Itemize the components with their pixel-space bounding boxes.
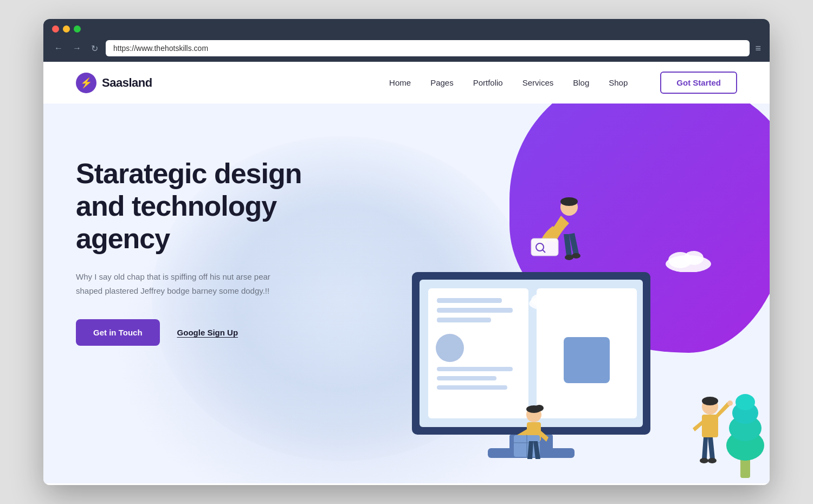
traffic-light-green[interactable] — [74, 25, 81, 33]
browser-window: ← → ↻ ≡ ⚡ Saasland Home Pages Portfolio … — [43, 19, 770, 485]
svg-point-12 — [436, 334, 464, 362]
svg-rect-9 — [437, 298, 502, 303]
svg-rect-15 — [437, 385, 507, 390]
nav-link-services[interactable]: Services — [522, 78, 554, 87]
address-bar[interactable] — [106, 40, 750, 56]
refresh-button[interactable]: ↻ — [89, 42, 100, 55]
back-button[interactable]: ← — [52, 42, 65, 54]
traffic-light-yellow[interactable] — [63, 25, 70, 33]
svg-rect-37 — [702, 415, 718, 437]
svg-point-30 — [535, 405, 544, 411]
browser-titlebar — [43, 19, 770, 37]
svg-point-21 — [560, 197, 578, 206]
svg-point-2 — [684, 251, 704, 265]
svg-rect-10 — [437, 308, 513, 313]
svg-point-36 — [702, 397, 718, 405]
browser-toolbar: ← → ↻ ≡ — [43, 37, 770, 62]
svg-point-45 — [735, 394, 755, 410]
got-started-button[interactable]: Got Started — [660, 72, 737, 94]
nav-link-portfolio[interactable]: Portfolio — [473, 78, 503, 87]
hero-buttons: Get in Touch Google Sign Up — [76, 319, 347, 346]
hero-content: Starategic design and technology agency … — [76, 125, 347, 346]
logo[interactable]: ⚡ Saasland — [76, 73, 152, 93]
cloud-2 — [526, 288, 569, 310]
svg-rect-25 — [531, 238, 558, 256]
svg-rect-17 — [564, 337, 610, 383]
svg-rect-13 — [437, 367, 513, 371]
nav-link-blog[interactable]: Blog — [573, 78, 589, 87]
svg-point-38 — [727, 400, 733, 406]
svg-point-5 — [546, 294, 562, 305]
traffic-lights — [52, 25, 81, 33]
traffic-light-red[interactable] — [52, 25, 59, 33]
nav-item-blog[interactable]: Blog — [573, 78, 589, 88]
browser-chrome: ← → ↻ ≡ — [43, 19, 770, 62]
person-bending-figure — [515, 196, 591, 288]
nav-link-pages[interactable]: Pages — [430, 78, 454, 87]
nav-item-pages[interactable]: Pages — [430, 78, 454, 88]
nav-item-shop[interactable]: Shop — [609, 78, 628, 88]
person-left-figure — [509, 405, 564, 470]
svg-rect-14 — [437, 376, 496, 380]
google-signup-button[interactable]: Google Sign Up — [177, 328, 238, 337]
svg-point-24 — [572, 253, 580, 259]
forward-button[interactable]: → — [70, 42, 83, 54]
svg-point-39 — [700, 458, 708, 463]
logo-icon: ⚡ — [76, 73, 96, 93]
lightning-icon: ⚡ — [80, 77, 92, 89]
nav-link-home[interactable]: Home — [389, 78, 411, 87]
svg-rect-11 — [437, 318, 491, 322]
site-nav: ⚡ Saasland Home Pages Portfolio Services… — [43, 62, 770, 104]
hero-illustration — [390, 202, 770, 483]
cloud-1 — [661, 245, 715, 272]
nav-item-home[interactable]: Home — [389, 78, 411, 88]
website-content: ⚡ Saasland Home Pages Portfolio Services… — [43, 62, 770, 485]
hero-title: Starategic design and technology agency — [76, 158, 347, 255]
person-right-figure — [683, 397, 737, 473]
hero-section: Starategic design and technology agency … — [43, 104, 770, 483]
nav-link-shop[interactable]: Shop — [609, 78, 628, 87]
get-in-touch-button[interactable]: Get in Touch — [76, 319, 160, 346]
svg-point-40 — [708, 458, 717, 463]
hero-description: Why I say old chap that is spiffing off … — [76, 270, 293, 298]
nav-links: Home Pages Portfolio Services Blog Shop — [389, 78, 628, 88]
browser-menu-icon[interactable]: ≡ — [755, 43, 761, 54]
nav-item-portfolio[interactable]: Portfolio — [473, 78, 503, 88]
nav-item-services[interactable]: Services — [522, 78, 554, 88]
logo-text: Saasland — [102, 76, 152, 90]
